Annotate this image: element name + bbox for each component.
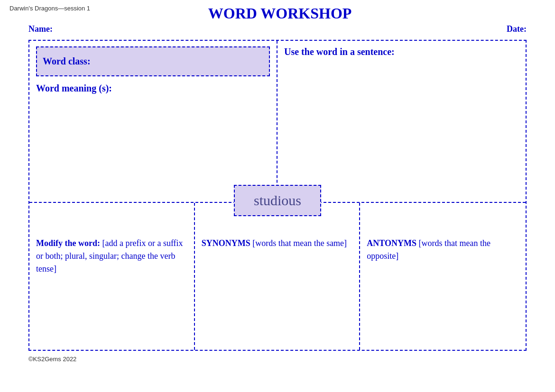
modify-panel: Modify the word: [add a prefix or a suff… [29,203,195,350]
word-meaning-section: Word meaning (s): [36,83,270,94]
top-section: Word class: Word meaning (s): Use the wo… [29,41,526,203]
word-meaning-label: Word meaning (s): [36,83,112,93]
bottom-section: Modify the word: [add a prefix or a suff… [29,203,526,350]
app-title: Darwin's Dragons—session 1 [9,5,90,12]
header-bar: Darwin's Dragons—session 1 WORD WORKSHOP [9,5,546,22]
page-title: WORD WORKSHOP [90,5,470,22]
use-in-sentence-label: Use the word in a sentence: [284,46,395,57]
synonyms-bold: SYNONYMS [202,238,250,248]
modify-label: Modify the word: [add a prefix or a suff… [36,237,187,275]
footer: ©KS2Gems 2022 [9,356,546,363]
name-date-row: Name: Date: [9,24,546,34]
word-class-box: Word class: [36,46,270,76]
name-label: Name: [28,24,53,34]
center-word-box: studious [234,185,321,216]
footer-text: ©KS2Gems 2022 [28,356,76,363]
right-panel: Use the word in a sentence: [278,41,526,202]
word-class-label: Word class: [43,56,91,66]
main-grid: Word class: Word meaning (s): Use the wo… [28,40,527,351]
left-panel: Word class: Word meaning (s): [29,41,278,202]
date-label: Date: [507,24,527,34]
antonyms-label: ANTONYMS [words that mean the opposite] [367,237,519,263]
synonyms-panel: SYNONYMS [words that mean the same] [195,203,361,350]
center-word-container: studious [234,185,321,216]
modify-bold: Modify the word: [36,238,100,248]
antonyms-bold: ANTONYMS [367,238,416,248]
antonyms-panel: ANTONYMS [words that mean the opposite] [360,203,526,350]
synonyms-label: SYNONYMS [words that mean the same] [202,237,353,250]
synonyms-normal: [words that mean the same] [250,238,347,248]
